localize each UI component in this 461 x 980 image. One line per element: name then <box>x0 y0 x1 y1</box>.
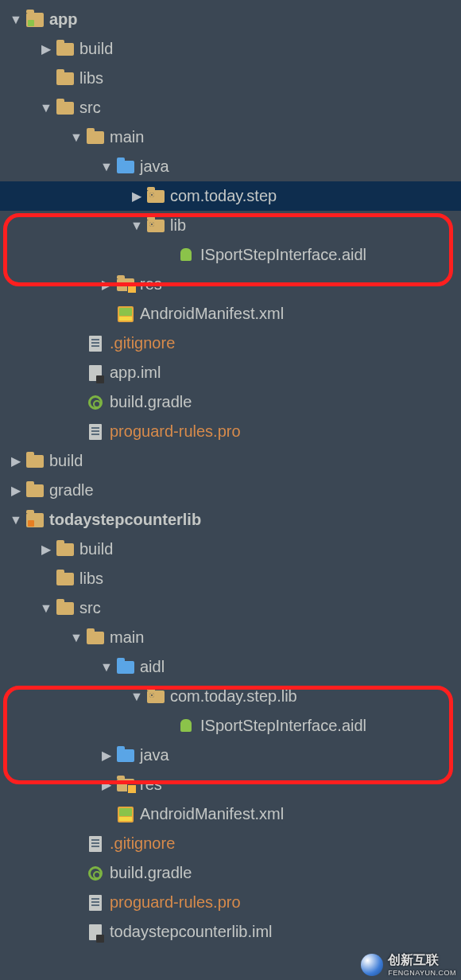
tree-item-proguard[interactable]: ▶ proguard-rules.pro <box>0 417 461 446</box>
chevron-down-icon[interactable]: ▼ <box>100 160 113 174</box>
chevron-right-icon[interactable]: ▶ <box>100 748 113 763</box>
watermark: 创新互联 FENGNAYUN.COM <box>361 952 456 977</box>
chevron-right-icon[interactable]: ▶ <box>40 542 52 557</box>
tree-item-build-gradle-2[interactable]: ▶ build.gradle <box>0 858 461 888</box>
tree-item-manifest[interactable]: ▶ AndroidManifest.xml <box>0 299 461 329</box>
android-icon <box>176 246 196 265</box>
package-icon <box>146 687 165 706</box>
chevron-right-icon[interactable]: ▶ <box>130 189 143 204</box>
tree-item-lib[interactable]: ▼ lib <box>0 211 461 240</box>
tree-label: src <box>79 599 101 617</box>
package-icon <box>146 187 165 206</box>
tree-item-manifest-2[interactable]: ▶ AndroidManifest.xml <box>0 799 461 829</box>
tree-label: proguard-rules.pro <box>110 893 241 912</box>
gradle-icon <box>86 393 105 412</box>
tree-item-app-iml[interactable]: ▶ app.iml <box>0 358 461 387</box>
tree-item-src[interactable]: ▼ src <box>0 93 461 122</box>
tree-label: res <box>140 776 162 794</box>
tree-label: gradle <box>49 481 94 500</box>
manifest-icon <box>116 805 135 824</box>
tree-item-aidl-file-1[interactable]: ▶ ISportStepInterface.aidl <box>0 240 461 270</box>
resource-folder-icon <box>116 275 135 294</box>
file-icon <box>86 893 105 912</box>
tree-item-gradle-root[interactable]: ▶ gradle <box>0 476 461 505</box>
tree-item-todaystepcounterlib[interactable]: ▼ todaystepcounterlib <box>0 505 461 535</box>
file-icon <box>86 834 105 854</box>
tree-item-proguard-2[interactable]: ▶ proguard-rules.pro <box>0 888 461 917</box>
chevron-down-icon[interactable]: ▼ <box>70 130 83 145</box>
tree-label: java <box>140 158 169 176</box>
package-icon <box>146 216 165 235</box>
tree-label: java <box>140 746 169 764</box>
tree-item-libs-2[interactable]: ▶ libs <box>0 564 461 593</box>
tree-item-com-today-step[interactable]: ▶ com.today.step <box>0 181 461 211</box>
tree-item-aidl-folder[interactable]: ▼ aidl <box>0 652 461 682</box>
folder-icon <box>56 69 75 88</box>
watermark-sub: FENGNAYUN.COM <box>388 969 456 977</box>
folder-icon <box>56 599 75 618</box>
tree-item-src-2[interactable]: ▼ src <box>0 593 461 623</box>
tree-item-gitignore-2[interactable]: ▶ .gitignore <box>0 829 461 858</box>
tree-item-java[interactable]: ▼ java <box>0 152 461 181</box>
tree-item-main[interactable]: ▼ main <box>0 122 461 152</box>
chevron-right-icon[interactable]: ▶ <box>10 483 22 498</box>
folder-icon <box>56 540 75 559</box>
tree-label: com.today.step.lib <box>170 687 297 706</box>
project-tree[interactable]: ▼ app ▶ build ▶ libs ▼ src ▼ main ▼ java… <box>0 0 461 947</box>
chevron-down-icon[interactable]: ▼ <box>10 513 22 527</box>
android-icon <box>176 717 196 736</box>
tree-item-build-2[interactable]: ▶ build <box>0 535 461 564</box>
tree-label: main <box>110 628 144 647</box>
tree-label: todaystepcounterlib.iml <box>110 923 273 941</box>
tree-label: AndroidManifest.xml <box>140 305 284 323</box>
watermark-title: 创新互联 <box>388 953 439 966</box>
iml-file-icon <box>86 364 105 383</box>
tree-label: build.gradle <box>110 864 192 882</box>
tree-label: build <box>79 40 113 58</box>
tree-label: src <box>79 99 101 117</box>
chevron-right-icon[interactable]: ▶ <box>40 41 52 56</box>
tree-label: libs <box>79 69 103 88</box>
resource-folder-icon <box>116 776 135 795</box>
chevron-down-icon[interactable]: ▼ <box>130 690 143 704</box>
module-icon <box>25 10 45 29</box>
tree-item-com-today-step-lib[interactable]: ▼ com.today.step.lib <box>0 682 461 711</box>
tree-item-res[interactable]: ▶ res <box>0 270 461 299</box>
tree-item-build-gradle[interactable]: ▶ build.gradle <box>0 387 461 417</box>
folder-icon <box>86 128 105 147</box>
tree-label: .gitignore <box>110 834 175 853</box>
tree-item-aidl-file-2[interactable]: ▶ ISportStepInterface.aidl <box>0 711 461 741</box>
tree-label: todaystepcounterlib <box>49 511 201 529</box>
tree-item-main-2[interactable]: ▼ main <box>0 623 461 652</box>
tree-label: build.gradle <box>110 393 192 411</box>
chevron-right-icon[interactable]: ▶ <box>100 277 113 292</box>
folder-icon <box>25 452 45 471</box>
chevron-down-icon[interactable]: ▼ <box>70 631 83 645</box>
tree-item-libs[interactable]: ▶ libs <box>0 64 461 93</box>
chevron-right-icon[interactable]: ▶ <box>100 777 113 792</box>
tree-label: build <box>49 452 83 470</box>
tree-item-build-root[interactable]: ▶ build <box>0 446 461 476</box>
watermark-logo-icon <box>361 954 383 976</box>
chevron-down-icon[interactable]: ▼ <box>10 13 22 27</box>
tree-label: ISportStepInterface.aidl <box>200 717 366 735</box>
tree-item-app[interactable]: ▼ app <box>0 5 461 34</box>
tree-label: app <box>49 10 78 29</box>
tree-label: build <box>79 540 113 558</box>
folder-icon <box>56 99 75 118</box>
file-icon <box>86 422 105 441</box>
tree-label: app.iml <box>110 364 161 382</box>
chevron-down-icon[interactable]: ▼ <box>100 660 113 675</box>
chevron-down-icon[interactable]: ▼ <box>40 601 52 616</box>
chevron-right-icon[interactable]: ▶ <box>10 453 22 469</box>
gradle-icon <box>86 864 105 883</box>
tree-item-todaystepcounterlib-iml[interactable]: ▶ todaystepcounterlib.iml <box>0 917 461 947</box>
tree-item-res-2[interactable]: ▶ res <box>0 770 461 799</box>
folder-source-icon <box>116 746 135 765</box>
chevron-down-icon[interactable]: ▼ <box>40 101 52 115</box>
tree-item-gitignore[interactable]: ▶ .gitignore <box>0 329 461 358</box>
tree-item-java-2[interactable]: ▶ java <box>0 741 461 770</box>
chevron-down-icon[interactable]: ▼ <box>130 219 143 233</box>
tree-item-build[interactable]: ▶ build <box>0 34 461 64</box>
tree-label: main <box>110 128 144 146</box>
